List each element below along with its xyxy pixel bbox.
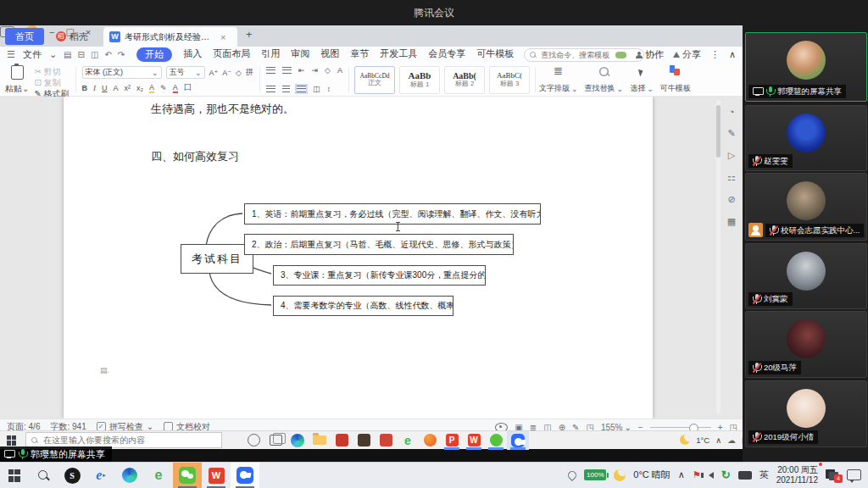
- collab-button[interactable]: 协作: [636, 48, 664, 61]
- font-name-select[interactable]: 宋体 (正文)⌄: [82, 66, 162, 79]
- mail-app-button[interactable]: [375, 431, 397, 450]
- speaker-icon[interactable]: [709, 472, 714, 479]
- print-icon[interactable]: ⊟: [78, 50, 85, 59]
- print-preview-icon[interactable]: ◫: [91, 50, 98, 59]
- style-normal[interactable]: AaBbCcDd 正文: [354, 66, 395, 94]
- menu-section[interactable]: 章节: [350, 47, 369, 62]
- cloud-sync-icon[interactable]: [615, 52, 626, 58]
- superscript-button[interactable]: x²: [125, 84, 131, 92]
- document-page[interactable]: 生待遇高，那也不是绝对的。 四、如何高效复习 考试科目 1、英语：前期重点复习，…: [64, 97, 653, 419]
- task-view-button[interactable]: [264, 431, 287, 450]
- help-tool-icon[interactable]: ⊘: [727, 194, 735, 205]
- document-canvas[interactable]: 生待遇高，那也不是绝对的。 四、如何高效复习 考试科目 1、英语：前期重点复习，…: [0, 97, 743, 419]
- increase-indent-button[interactable]: ⇥: [312, 66, 319, 75]
- participant-tile[interactable]: 20级马萍: [745, 311, 867, 378]
- save-icon[interactable]: ▤: [64, 50, 71, 59]
- strike-button[interactable]: A: [114, 84, 119, 92]
- style-heading3[interactable]: AaBbC( 标题 3: [489, 66, 530, 94]
- browser-360-button-local[interactable]: e: [144, 463, 173, 488]
- note-tool-icon[interactable]: ▦: [727, 216, 736, 227]
- select-tool-icon[interactable]: ▷: [728, 150, 735, 161]
- share-button[interactable]: 分享: [673, 48, 701, 61]
- edit-tool-icon[interactable]: ✎: [727, 128, 735, 139]
- wps-presentation-button[interactable]: P: [441, 431, 463, 450]
- battery-indicator[interactable]: 100%: [584, 469, 606, 480]
- menu-insert[interactable]: 插入: [183, 47, 202, 62]
- adjust-tool-icon[interactable]: ⚏: [727, 172, 736, 183]
- tab-docer[interactable]: 稻 稻壳: [51, 28, 93, 45]
- align-center-button[interactable]: [282, 86, 290, 92]
- char-border-button[interactable]: 囗: [184, 82, 192, 93]
- taskbar-search-button[interactable]: [29, 463, 58, 488]
- mindmap-root-node[interactable]: 考试科目: [181, 244, 253, 274]
- menu-page-layout[interactable]: 页面布局: [213, 47, 250, 62]
- participant-tile[interactable]: 赵雯雯: [745, 105, 867, 171]
- s-app-button[interactable]: S: [58, 463, 86, 488]
- underline-button[interactable]: U: [102, 84, 108, 92]
- moon-weather-icon[interactable]: [614, 469, 626, 481]
- mindmap-branch-politics[interactable]: 2、政治：后期重点复习（马哲、毛概、近现代史、思修、形式与政策）: [244, 234, 514, 255]
- wechat-button-shared[interactable]: [485, 431, 507, 450]
- file-explorer-button[interactable]: [309, 431, 331, 450]
- file-chevron-icon[interactable]: ⌄: [49, 49, 57, 60]
- document-scrollbar[interactable]: [716, 100, 721, 413]
- ime-indicator[interactable]: 英: [760, 469, 769, 481]
- style-heading1[interactable]: AaBb 标题 1: [399, 66, 440, 94]
- numbering-button[interactable]: [282, 67, 292, 74]
- safety-360-icon[interactable]: ↻: [721, 469, 731, 481]
- find-replace-button[interactable]: 查找替换⌄: [581, 65, 627, 94]
- keniu-template-button[interactable]: 可牛模板: [657, 65, 694, 94]
- clear-paragraph-button[interactable]: ◇: [325, 66, 331, 75]
- font-color-button[interactable]: A: [173, 83, 178, 93]
- align-justify-button[interactable]: [297, 86, 306, 92]
- paste-button[interactable]: 粘贴⌄: [5, 65, 29, 94]
- menu-references[interactable]: 引用: [261, 47, 280, 62]
- close-tab-icon[interactable]: ×: [220, 32, 225, 42]
- mindmap-branch-english[interactable]: 1、英语：前期重点复习，务必过线（完型、阅读理解、翻译、作文、没有听力）: [244, 203, 541, 225]
- new-tab-button[interactable]: +: [246, 28, 253, 41]
- pinyin-guide-button[interactable]: 拼: [246, 67, 253, 78]
- ie-button[interactable]: e▸: [86, 463, 115, 488]
- bold-button[interactable]: B: [82, 84, 88, 92]
- wechat-button[interactable]: [173, 463, 202, 488]
- local-clock[interactable]: 20:00 周五 2021/11/12: [776, 465, 818, 485]
- more-icon[interactable]: ⋮: [710, 49, 720, 60]
- keyboard-icon[interactable]: [738, 471, 752, 480]
- store-app-button[interactable]: [353, 431, 375, 450]
- weather-label[interactable]: 0°C 晴朗: [633, 469, 670, 481]
- mindmap-branch-major[interactable]: 3、专业课：重点复习（新传专业课300分，重点提分的地方）: [273, 265, 486, 286]
- zoom-slider[interactable]: [650, 427, 711, 428]
- file-menu[interactable]: 文件: [23, 48, 42, 61]
- tab-document[interactable]: W 考研形式剖析及经验分享.docx ×: [103, 27, 237, 47]
- highlight-color-button[interactable]: A: [149, 83, 154, 93]
- flag-alert-icon[interactable]: ⚑: [693, 469, 701, 480]
- menu-review[interactable]: 审阅: [291, 47, 309, 62]
- cortana-button[interactable]: [242, 431, 264, 450]
- collapse-ribbon-icon[interactable]: ∧: [729, 49, 736, 60]
- browser-360-button[interactable]: e: [397, 431, 419, 450]
- meeting-app-button-shared[interactable]: [507, 431, 529, 450]
- menu-home[interactable]: 开始: [136, 47, 172, 62]
- wps-button[interactable]: W: [202, 463, 231, 488]
- menu-view[interactable]: 视图: [320, 47, 339, 62]
- shrink-font-button[interactable]: A⁻: [222, 69, 231, 77]
- participant-tile[interactable]: 2019级何小倩: [745, 380, 867, 447]
- participant-tile-sharer[interactable]: 郭璎慧的屏幕共享: [745, 32, 867, 102]
- font-size-select[interactable]: 五号⌄: [166, 66, 205, 79]
- redo-icon[interactable]: ↷: [118, 50, 125, 59]
- menu-developer[interactable]: 开发工具: [380, 47, 417, 62]
- cut-button[interactable]: ✂ 剪切: [34, 66, 69, 77]
- meeting-app-button[interactable]: [231, 463, 259, 488]
- shared-start-button[interactable]: [7, 435, 17, 446]
- shared-search-input[interactable]: [42, 435, 216, 446]
- style-heading2[interactable]: AaBb( 标题 2: [444, 66, 485, 94]
- tab-home[interactable]: 首页: [5, 28, 44, 45]
- action-center-icon[interactable]: [847, 469, 861, 480]
- bullets-button[interactable]: [266, 67, 275, 74]
- sort-button[interactable]: A: [337, 66, 342, 75]
- comment-tool-icon[interactable]: ◔: [729, 107, 735, 117]
- tray-expand-icon[interactable]: ∧: [678, 469, 685, 480]
- align-right-button[interactable]: [266, 86, 275, 92]
- italic-button[interactable]: I: [93, 84, 96, 92]
- participant-tile[interactable]: 刘冀蒙: [745, 243, 867, 309]
